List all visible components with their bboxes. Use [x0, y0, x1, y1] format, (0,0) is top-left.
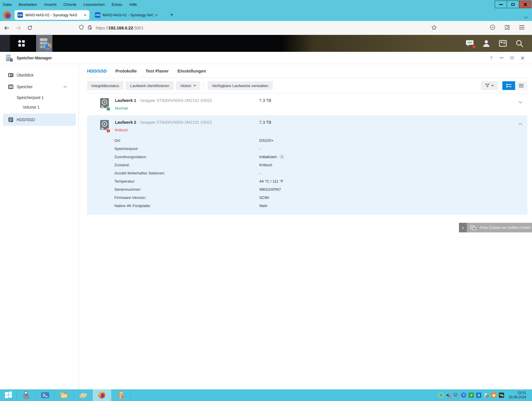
drive-name: Laufwerk 2 [115, 120, 136, 125]
sidebar-item-hdd-ssd[interactable]: HDD/SSD [3, 114, 76, 126]
collapse-chevron-icon[interactable] [518, 123, 522, 125]
firefox-taskbar-icon[interactable] [93, 389, 111, 401]
server-manager-icon[interactable] [17, 389, 36, 401]
file-explorer-icon[interactable] [55, 389, 74, 401]
browser-window-controls [495, 1, 531, 8]
flag-alert-tray-icon[interactable] [484, 393, 489, 398]
collapse-chevron-icon[interactable] [63, 86, 67, 88]
sidebar: Überblick Speicher Speicherpool 1 Volume… [0, 64, 79, 389]
search-icon[interactable] [515, 39, 524, 48]
extensions-puzzle-icon[interactable] [505, 25, 510, 31]
tab-test-planer[interactable]: Test Planer [146, 68, 169, 73]
help-balloon-tray-icon[interactable]: ? [461, 393, 467, 398]
remote-session-overlay: › Petar Čubela von Softbox GmbH [459, 223, 532, 232]
pie-icon [9, 58, 13, 62]
browser-tab-inactive[interactable]: DSM MAIO-NAS-01 - Synology NAS × [92, 10, 161, 20]
sidebar-item-volume-1[interactable]: Volume 1 [0, 102, 79, 112]
list-view-button[interactable] [502, 81, 515, 90]
reload-icon[interactable] [27, 25, 32, 30]
storage-manager-taskbar-app[interactable] [36, 35, 52, 52]
drive-status: Normal [115, 106, 212, 110]
pocket-icon[interactable] [490, 24, 495, 31]
remote-screen-tray-icon[interactable] [499, 393, 504, 398]
menu-chronik[interactable]: Chronik [63, 2, 77, 7]
identify-drive-button[interactable]: Laufwerk identifizieren [126, 81, 173, 90]
pie-icon [45, 43, 51, 50]
overlay-body[interactable]: Petar Čubela von Softbox GmbH [467, 223, 532, 232]
s-badge-tray-icon[interactable]: S [476, 393, 482, 398]
tab-protokolle[interactable]: Protokolle [116, 68, 137, 73]
drive-row-1[interactable]: ✓ Laufwerk 1- Seagate ST8000VN004-2M2101… [87, 93, 527, 114]
sidebar-item-speicherpool-1[interactable]: Speicherpool 1 [0, 93, 79, 102]
restore-icon [511, 3, 515, 6]
info-icon[interactable]: i [279, 154, 284, 159]
detail-row: Native 4K-Festplatte:Nein [100, 202, 527, 210]
powershell-icon[interactable] [36, 389, 55, 401]
clock-date: 20.09.2024 [509, 395, 526, 400]
hdd-icon [8, 117, 14, 123]
window-minimize-button[interactable] [495, 1, 507, 8]
bookmark-star-icon[interactable] [431, 25, 437, 31]
user-account-icon[interactable] [482, 39, 491, 48]
drive-row-2[interactable]: ! Laufwerk 2- Seagate ST8000VN004-2M2101… [87, 115, 527, 215]
tab-hdd-ssd[interactable]: HDD/SSD [87, 68, 107, 73]
window-header[interactable]: Speicher-Manager ? [0, 52, 532, 64]
expand-chevron-icon[interactable] [518, 101, 522, 103]
detail-view-button[interactable] [515, 81, 527, 90]
menu-hilfe[interactable]: Hilfe [130, 2, 137, 7]
drive-name: Laufwerk 1 [115, 98, 136, 103]
navbar-right-icons [431, 24, 528, 31]
log-warning-icon[interactable] [111, 389, 130, 401]
forward-icon[interactable] [16, 26, 21, 30]
drive-size: 7.3 TB [259, 98, 271, 103]
lock-warning-icon[interactable] [87, 25, 92, 31]
overlay-expand-arrow[interactable]: › [459, 223, 467, 232]
health-status-button[interactable]: Integritätsstatus [87, 81, 123, 90]
menu-ansicht[interactable]: Ansicht [44, 2, 56, 7]
sidebar-item-label: Speicher [17, 84, 33, 89]
dsm-restore-button[interactable] [510, 56, 514, 59]
sidebar-item-ueberblick[interactable]: Überblick [0, 69, 79, 81]
menu-datei[interactable]: Datei [3, 2, 12, 7]
main-menu-grid-icon[interactable] [10, 35, 33, 52]
url-bar[interactable]: https://192.168.0.22:5001 [76, 23, 431, 33]
tracking-shield-icon[interactable] [79, 25, 84, 31]
url-text[interactable]: https://192.168.0.22:5001 [96, 26, 144, 30]
document-scanner-icon[interactable] [74, 389, 93, 401]
manage-available-drives-button[interactable]: Verfügbare Laufwerke verwalten [208, 81, 273, 90]
tab-title: MAIO-NAS-02 - Synology NAS [25, 13, 82, 17]
dsm-close-button[interactable] [521, 56, 524, 60]
dsm-topbar-edge [0, 35, 10, 52]
widgets-panel-icon[interactable] [498, 39, 508, 48]
funnel-icon [485, 84, 490, 88]
tab-close-icon[interactable]: × [84, 13, 86, 17]
back-icon[interactable] [4, 26, 9, 30]
window-restore-button[interactable] [507, 1, 519, 8]
menu-lesezeichen[interactable]: Lesezeichen [84, 2, 105, 7]
window-close-button[interactable] [519, 1, 531, 8]
taskbar-clock[interactable]: 15:01 20.09.2024 [506, 391, 530, 400]
storage-manager-icon [38, 38, 50, 49]
network-tray-icon[interactable] [453, 393, 459, 398]
menu-extras[interactable]: Extras [112, 2, 123, 7]
detail-row: Speicherpool:- [100, 144, 527, 153]
new-tab-button[interactable]: + [168, 12, 176, 18]
java-update-tray-icon[interactable] [491, 393, 497, 398]
tab-close-icon[interactable]: × [155, 13, 158, 17]
notifications-chat-icon[interactable] [465, 39, 474, 48]
hamburger-menu-icon[interactable] [519, 25, 524, 31]
start-button[interactable] [0, 389, 17, 401]
v-badge-tray-icon[interactable]: V [469, 393, 474, 398]
dsm-minimize-button[interactable] [500, 57, 503, 58]
list-all-tabs-icon[interactable] [524, 15, 528, 20]
filter-button[interactable] [481, 81, 498, 90]
browser-tab-active[interactable]: DSM MAIO-NAS-02 - Synology NAS × [15, 10, 89, 20]
green-status-tray-icon[interactable] [438, 393, 444, 398]
tab-einstellungen[interactable]: Einstellungen [178, 68, 206, 73]
help-button[interactable]: ? [490, 55, 493, 60]
menu-bearbeiten[interactable]: Bearbeiten [19, 2, 37, 7]
action-dropdown-button[interactable]: Aktion [176, 81, 201, 90]
volume-muted-tray-icon[interactable] [446, 393, 451, 398]
sidebar-item-speicher[interactable]: Speicher [0, 81, 79, 93]
tab-title: MAIO-NAS-01 - Synology NAS [103, 13, 153, 17]
